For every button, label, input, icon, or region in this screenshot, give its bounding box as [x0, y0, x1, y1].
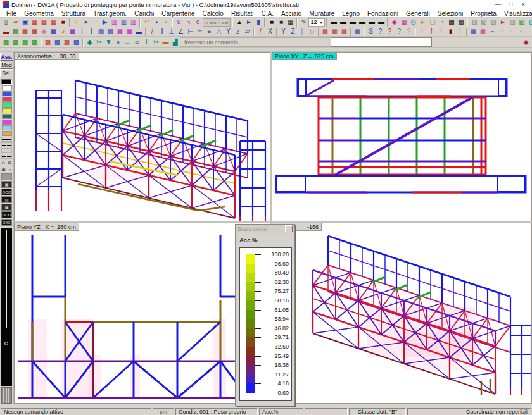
menu-item-fondazioni[interactable]: Fondazioni: [364, 10, 402, 17]
tool-icon[interactable]: ■: [276, 18, 286, 27]
tool-icon[interactable]: ◆: [85, 38, 94, 46]
tool-icon[interactable]: ≡: [205, 28, 214, 36]
color-scale-panel-button[interactable]: [285, 225, 293, 232]
viewport-assonometria-2[interactable]: -166: [272, 223, 532, 404]
color-swatch-0[interactable]: [2, 85, 12, 90]
linestyle-dashed[interactable]: [1, 142, 12, 147]
tool-icon[interactable]: ▬: [367, 18, 376, 27]
menu-item-calcolo[interactable]: Calcolo: [199, 10, 227, 17]
viewport-canvas-assonometria[interactable]: [15, 60, 270, 221]
menu-item-file[interactable]: File: [3, 10, 20, 17]
tool-icon[interactable]: ▦: [39, 18, 49, 27]
tool-icon[interactable]: ?: [385, 28, 395, 36]
tool-icon[interactable]: ▦: [115, 28, 125, 36]
tool-icon[interactable]: ▦: [68, 28, 77, 36]
tool-icon[interactable]: ▦: [125, 28, 134, 36]
tool-icon[interactable]: ▮: [253, 18, 263, 27]
tool-icon[interactable]: †: [455, 28, 465, 36]
color-swatch-3[interactable]: [2, 102, 12, 108]
tool-icon[interactable]: ●: [81, 18, 91, 27]
grip-box[interactable]: [1, 387, 12, 404]
tool-icon[interactable]: ▮: [446, 28, 455, 36]
tool-icon[interactable]: ▦: [30, 18, 39, 27]
menu-item-trasfgeom[interactable]: Trasf.geom.: [89, 10, 130, 17]
tool-icon[interactable]: ▱: [243, 28, 252, 36]
tool-icon[interactable]: ▫: [526, 28, 532, 36]
tool-icon[interactable]: ▦: [49, 28, 58, 36]
fill-bars-button[interactable]: ||||: [1, 196, 12, 203]
tool-icon[interactable]: ▥: [110, 18, 119, 27]
circle-style-icon[interactable]: ○: [7, 166, 13, 173]
tool-icon[interactable]: ∩: [184, 18, 193, 27]
tool-icon[interactable]: ◔: [91, 18, 100, 27]
menu-item-propriet[interactable]: Proprietà: [467, 10, 500, 17]
tool-icon[interactable]: ▩: [1, 38, 11, 46]
menu-item-legno[interactable]: Legno: [338, 10, 364, 17]
tool-icon[interactable]: ⌐: [488, 28, 497, 36]
linestyle-dotted[interactable]: [1, 148, 12, 153]
color-swatch-8[interactable]: [2, 131, 12, 136]
menu-item-murature[interactable]: Murature: [305, 10, 338, 17]
tool-icon[interactable]: /: [256, 28, 265, 36]
menu-item-carpenterie[interactable]: Carpenterie: [158, 10, 198, 17]
tool-icon[interactable]: ▬: [376, 18, 386, 27]
tool-icon[interactable]: Y: [279, 28, 288, 36]
tool-icon[interactable]: ▤: [96, 28, 106, 36]
tool-icon[interactable]: ◕: [58, 28, 68, 36]
tool-icon[interactable]: ▧: [479, 18, 488, 27]
tool-icon[interactable]: ▦: [478, 28, 488, 36]
fill-grid2-button[interactable]: ▦: [1, 204, 12, 211]
zoom-slider[interactable]: [1, 228, 12, 386]
tool-icon[interactable]: ▧: [517, 18, 526, 27]
tool-icon[interactable]: ▦: [399, 18, 408, 27]
tool-icon[interactable]: ▦: [339, 28, 349, 36]
tool-icon[interactable]: ⊥: [167, 28, 176, 36]
tool-icon[interactable]: ▧: [526, 18, 532, 27]
tool-icon[interactable]: ▩: [20, 38, 30, 46]
menu-item-generali[interactable]: Generali: [402, 10, 434, 17]
tool-icon[interactable]: ▤: [106, 28, 115, 36]
maximize-button[interactable]: □: [505, 1, 517, 9]
new-icon[interactable]: ▯: [1, 18, 11, 27]
tool-icon[interactable]: ▩: [43, 38, 53, 46]
tool-icon[interactable]: ∥: [298, 28, 307, 36]
tool-icon[interactable]: ✂: [151, 38, 161, 46]
box-style-icon[interactable]: ▣: [1, 166, 7, 173]
tool-icon[interactable]: †: [427, 28, 436, 36]
tool-icon[interactable]: ▩: [62, 38, 72, 46]
tool-icon[interactable]: ◉: [39, 28, 49, 36]
tool-icon[interactable]: ▦: [469, 28, 478, 36]
tool-icon[interactable]: ◆: [390, 18, 399, 27]
color-swatch-5[interactable]: [2, 114, 12, 119]
tool-icon[interactable]: ∠: [176, 28, 186, 36]
color-swatch-7[interactable]: [2, 125, 12, 130]
tool-icon[interactable]: ◑: [151, 18, 161, 27]
tool-icon[interactable]: z: [233, 28, 243, 36]
tool-icon[interactable]: X: [265, 28, 275, 36]
tool-icon[interactable]: ◔: [437, 18, 446, 27]
tool-icon[interactable]: △: [214, 28, 224, 36]
point-style-icon[interactable]: ⊙: [1, 160, 7, 166]
tool-icon[interactable]: ▦: [49, 18, 58, 27]
viewport-canvas-piano-yz[interactable]: [15, 231, 270, 404]
tool-icon[interactable]: †: [436, 28, 446, 36]
tool-icon[interactable]: ■: [58, 18, 68, 27]
scissors-icon[interactable]: ✂: [94, 38, 104, 46]
current-color-swatch[interactable]: [1, 79, 12, 85]
tool-icon[interactable]: ▦: [20, 28, 30, 36]
tool-icon[interactable]: /: [148, 28, 157, 36]
tool-icon[interactable]: ⊢: [186, 28, 195, 36]
menu-item-risultati[interactable]: Risultati: [227, 10, 258, 17]
tool-icon[interactable]: ▩: [446, 18, 456, 27]
tool-icon[interactable]: ▦: [286, 18, 295, 27]
tool-icon[interactable]: ■: [267, 18, 276, 27]
tool-icon[interactable]: ▬: [161, 38, 170, 46]
tool-icon[interactable]: ▩: [456, 18, 466, 27]
tool-icon[interactable]: ▤: [11, 28, 20, 36]
tab-assonometria[interactable]: Ass.: [0, 53, 13, 61]
tool-icon[interactable]: ▬: [329, 18, 338, 27]
zoom-slider-knob[interactable]: [4, 342, 8, 345]
menu-item-struttura[interactable]: Struttura: [58, 10, 89, 17]
tool-icon[interactable]: ↔: [123, 38, 132, 46]
color-scale-panel[interactable]: Scala colori Acc.% 100.2096.6089.4982.38…: [235, 224, 295, 406]
